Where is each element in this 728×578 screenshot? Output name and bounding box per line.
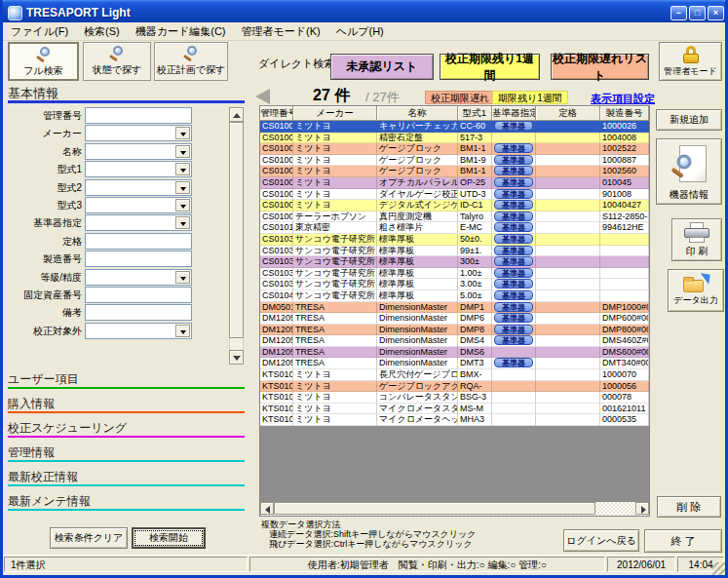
form-scrollbar-thumb[interactable] [229,122,244,338]
chevron-down-icon[interactable] [175,181,190,194]
text-field-8[interactable] [85,250,192,267]
table-row[interactable]: DM12050TRESADimensionMasterDMS4基準器DMS460… [260,335,649,347]
menu-item-0[interactable]: ファイル(F) [3,22,76,41]
column-header-0[interactable]: 管理番号 [260,106,293,121]
hscrollbar-thumb[interactable] [274,502,595,515]
display-settings-link[interactable]: 表示項目設定 [591,92,655,106]
table-row[interactable]: DM0501-TRESADimensionMasterDMP1基準器DMP100… [260,302,649,314]
table-row[interactable]: CS01008ミツトヨデジタル式インジケータID-C1基準器10040427 [260,200,649,212]
add-new-button[interactable]: 新規追加 [656,109,722,131]
table-row[interactable]: CS01009テーラーホブソン真円度測定機Talyro基準器S112-2850-… [260,212,649,223]
combo-field-5[interactable] [85,197,192,213]
chevron-down-icon[interactable] [175,199,190,212]
maximize-button[interactable]: □ [689,6,706,20]
minimize-button[interactable]: − [671,6,687,20]
table-row[interactable]: CS01037サンコウ電子研究所標準厚板300±基準器 [260,256,649,268]
chevron-down-icon[interactable] [175,216,190,229]
equipment-info-button[interactable]: 機器情報 [656,138,722,205]
resize-grip[interactable] [712,562,725,575]
text-field-11[interactable] [85,304,192,321]
table-row[interactable]: CS01036サンコウ電子研究所標準厚板99±1.基準器 [260,246,649,257]
section-header-0[interactable]: ユーザー項目 [8,371,79,388]
cell-serial: 001621011 [600,404,649,415]
table-row[interactable]: DM12050TRESADimensionMasterDMS6DMS600#00… [260,347,649,359]
table-row[interactable]: KTS0100ミツトヨ長尺穴付ゲージブロックBMX-1000070 [260,369,649,381]
scroll-down-icon[interactable] [229,350,244,365]
table-row[interactable]: DM12050TRESADimensionMasterDMP6基準器DMP600… [260,313,649,325]
combo-field-4[interactable] [85,179,192,196]
search-tab-0[interactable]: フル検索 [8,42,79,81]
table-row[interactable]: CS01002ミツトヨ精密石定盤517-31004008 [260,133,649,144]
text-field-10[interactable] [85,287,192,303]
clear-conditions-button[interactable]: 検索条件クリア [50,527,128,549]
delete-button[interactable]: 削 除 [657,496,721,518]
table-row[interactable]: CS01003ミツトヨゲージブロックBM1-1基準器1002522 [260,143,649,155]
table-row[interactable]: CS01035サンコウ電子研究所標準厚板50±0.基準器 [260,234,649,246]
table-row[interactable]: CS01007ミツトヨダイヤルゲージ校正器UTD-3基準器901008 [260,189,649,201]
start-search-button[interactable]: 検索開始 [132,527,206,549]
combo-field-6[interactable] [85,214,192,231]
search-tab-1[interactable]: 状態で探す [83,42,151,81]
table-row[interactable]: DM12050TRESADimensionMasterDMP8基準器DMP800… [260,325,649,336]
cell-rating [536,189,600,201]
exit-button[interactable]: 終 了 [644,529,722,553]
table-row[interactable]: KTS0100ミツトヨマイクロメータヘッドMHA30000535 [260,414,649,426]
section-header-2[interactable]: 校正スケジューリング [8,420,127,437]
menu-item-3[interactable]: 管理者モード(K) [234,22,328,41]
direct-button-2[interactable]: 校正期限遅れリスト [551,54,649,80]
page-back-arrow-icon[interactable] [255,89,270,104]
menu-item-2[interactable]: 機器カード編集(C) [128,22,234,41]
combo-field-1[interactable] [85,125,192,141]
column-header-5[interactable]: 定格 [536,106,600,121]
table-row[interactable]: CS01038サンコウ電子研究所標準厚板1.00±基準器 [260,268,649,280]
form-scrollbar[interactable] [229,107,244,365]
table-row[interactable]: CS01006ミツトヨオプチカルパラレルOP-25基準器010045 [260,177,649,189]
back-to-login-button[interactable]: ログインへ戻る [563,529,639,552]
search-tab-2[interactable]: 校正計画で探す [154,42,228,81]
section-header-3[interactable]: 管理情報 [8,444,55,461]
close-button[interactable]: × [708,6,724,20]
chevron-down-icon[interactable] [175,271,190,284]
column-header-4[interactable]: 基準器指定 [492,106,536,121]
table-row[interactable]: DM12050TRESADimensionMasterDMT3基準器DMT340… [260,358,649,369]
table-row[interactable]: CS01010東京精密粗さ標準片E-MC基準器994612HE [260,222,649,234]
column-header-3[interactable]: 型式1 [458,106,492,121]
text-field-7[interactable] [85,233,192,250]
scroll-up-icon[interactable] [229,107,244,122]
table-row[interactable]: KTS0100ミツトヨマイクロメータスタンドMS-M001621011 [260,404,649,415]
cell-standard: 基準器 [492,200,536,212]
combo-field-2[interactable] [85,143,192,160]
chevron-down-icon[interactable] [175,145,190,158]
combo-field-9[interactable] [85,269,192,286]
table-row[interactable]: CS01004ミツトヨゲージブロックBM1-9基準器1000887 [260,155,649,167]
text-field-0[interactable] [85,107,192,124]
chevron-down-icon[interactable] [175,325,190,337]
menu-item-1[interactable]: 検索(S) [76,22,128,41]
direct-button-1[interactable]: 校正期限残り1週間 [440,54,540,80]
section-header-5[interactable]: 最新メンテ情報 [8,493,91,510]
table-row[interactable]: CS01039サンコウ電子研究所標準厚板3.00±基準器 [260,279,649,290]
data-export-button[interactable]: データ出力 [668,269,724,312]
scroll-left-icon[interactable] [260,502,274,515]
column-header-1[interactable]: メーカー [293,106,377,121]
scroll-right-icon[interactable] [635,502,649,515]
section-header-1[interactable]: 購入情報 [8,396,55,412]
cell-maker: TRESA [293,302,377,314]
combo-field-3[interactable] [85,161,192,177]
table-horizontal-scrollbar[interactable] [260,502,649,516]
table-row[interactable]: CS01040サンコウ電子研究所標準厚板5.00±基準器 [260,290,649,302]
column-header-2[interactable]: 名称 [377,106,458,121]
print-button[interactable]: 印 刷 [671,218,722,261]
table-row[interactable]: KTS0100ミツトヨゲージブロックアクセRQA-1000056 [260,381,649,393]
menu-item-4[interactable]: ヘルプ(H) [328,22,392,41]
direct-button-0[interactable]: 未承認リスト [330,54,434,80]
table-row[interactable]: CS01005ミツトヨゲージブロックBM1-1基準器1002560 [260,166,649,177]
section-header-4[interactable]: 最新校正情報 [8,469,78,485]
combo-field-12[interactable] [85,323,192,339]
column-header-6[interactable]: 製造番号 [600,106,649,121]
table-row[interactable]: KTS0100ミツトヨコンパレータスタンドBSG-3000078 [260,392,649,404]
table-row[interactable]: CS01001ミツトヨキャリパーチェッカCC-60基準器1000026 [260,121,649,133]
chevron-down-icon[interactable] [175,163,190,175]
admin-mode-button[interactable]: 管理者モード [659,42,722,81]
chevron-down-icon[interactable] [175,127,190,139]
